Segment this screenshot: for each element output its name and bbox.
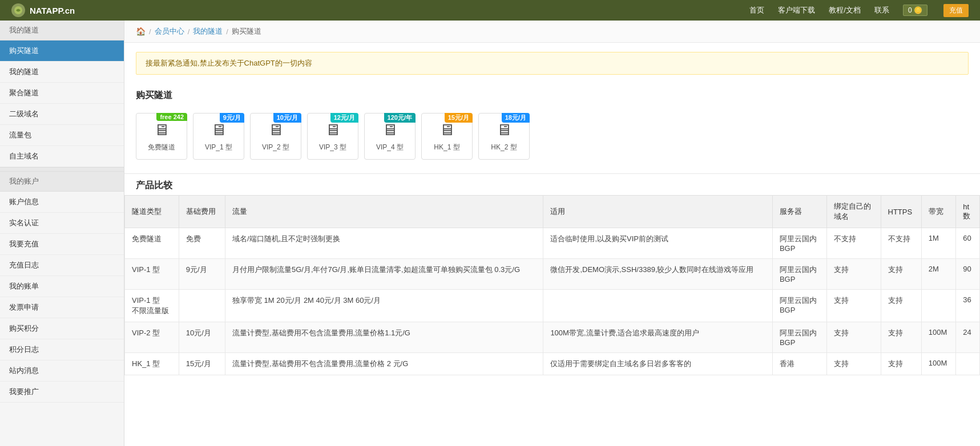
sidebar-item-my-tunnel[interactable]: 我的隧道 <box>0 62 124 83</box>
home-icon[interactable]: 🏠 <box>136 27 146 36</box>
sidebar-item-buy-points[interactable]: 购买积分 <box>0 318 124 339</box>
monitor-icon-vip4: 🖥 <box>382 120 398 139</box>
cell-bw-vip1-unlimited <box>921 290 956 322</box>
cell-https-hk1: 支持 <box>881 353 921 375</box>
monitor-icon-free: 🖥 <box>154 120 170 139</box>
cell-type-free: 免费隧道 <box>125 228 179 259</box>
sidebar-item-buy-tunnel[interactable]: 购买隧道 <box>0 40 124 62</box>
card-label-vip1: VIP_1 型 <box>205 143 232 152</box>
tunnel-card-vip3[interactable]: 12元/月 🖥 VIP_3 型 <box>307 113 358 160</box>
cell-bind-vip2: 支持 <box>826 322 881 353</box>
cell-fee-free: 免费 <box>179 228 225 259</box>
sidebar-item-promote[interactable]: 我要推广 <box>0 382 124 403</box>
badge-vip4: 120元/年 <box>384 113 416 123</box>
sidebar-item-real-name[interactable]: 实名认证 <box>0 213 124 234</box>
cell-suitable-hk1: 仅适用于需要绑定自主域名多日岩多客客的 <box>543 353 773 375</box>
monitor-icon-vip3: 🖥 <box>325 120 341 139</box>
cell-suitable-vip1-unlimited <box>543 290 773 322</box>
col-suitable: 适用 <box>543 196 773 228</box>
monitor-icon-hk2: 🖥 <box>496 120 512 139</box>
cell-bind-vip1: 支持 <box>826 259 881 290</box>
table-row: VIP-1 型不限流量版 独享带宽 1M 20元/月 2M 40元/月 3M 6… <box>125 290 980 322</box>
table-row: VIP-1 型 9元/月 月付用户限制流量5G/月,年付7G/月,账单日流量清零… <box>125 259 980 290</box>
tunnel-card-vip1[interactable]: 9元/月 🖥 VIP_1 型 <box>193 113 244 160</box>
col-type: 隧道类型 <box>125 196 179 228</box>
sidebar-item-subdomain[interactable]: 二级域名 <box>0 104 124 125</box>
cell-bw-hk1: 100M <box>921 353 956 375</box>
main-content: 🏠 / 会员中心 / 我的隧道 / 购买隧道 接最新紧急通知,禁止发布关于Cha… <box>124 21 980 446</box>
cell-ht-vip1: 90 <box>956 259 980 290</box>
badge-hk2: 18元/月 <box>502 113 530 123</box>
comparison-table: 隧道类型 基础费用 流量 适用 服务器 绑定自己的域名 HTTPS 带宽 ht数… <box>124 195 980 375</box>
table-wrap: 隧道类型 基础费用 流量 适用 服务器 绑定自己的域名 HTTPS 带宽 ht数… <box>124 195 980 375</box>
sidebar-item-aggregate-tunnel[interactable]: 聚合隧道 <box>0 83 124 104</box>
sidebar-item-traffic[interactable]: 流量包 <box>0 125 124 146</box>
cell-traffic-vip2: 流量计费型,基础费用不包含流量费用,流量价格1.1元/G <box>225 322 543 353</box>
alert-notice: 接最新紧急通知,禁止发布关于ChatGPT的一切内容 <box>136 52 969 75</box>
monitor-icon-hk1: 🖥 <box>439 120 455 139</box>
col-server: 服务器 <box>772 196 826 228</box>
nav-docs[interactable]: 教程/文档 <box>829 5 861 15</box>
cell-server-vip1: 阿里云国内BGP <box>772 259 826 290</box>
tunnel-card-free[interactable]: free 242 🖥 免费隧道 <box>136 113 187 160</box>
cell-server-free: 阿里云国内BGP <box>772 228 826 259</box>
card-label-vip2: VIP_2 型 <box>262 143 289 152</box>
badge-free: free 242 <box>156 113 187 121</box>
cell-bind-hk1: 支持 <box>826 353 881 375</box>
col-traffic: 流量 <box>225 196 543 228</box>
table-row: 免费隧道 免费 域名/端口随机,且不定时强制更换 适合临时使用,以及购买VIP前… <box>125 228 980 259</box>
nav-download[interactable]: 客户端下载 <box>778 5 815 15</box>
tunnel-card-hk1[interactable]: 15元/月 🖥 HK_1 型 <box>421 113 473 160</box>
card-label-hk1: HK_1 型 <box>434 143 459 152</box>
breadcrumb: 🏠 / 会员中心 / 我的隧道 / 购买隧道 <box>124 21 980 43</box>
sidebar-item-messages[interactable]: 站内消息 <box>0 360 124 382</box>
logo-icon <box>11 3 25 17</box>
badge-vip2: 10元/月 <box>273 113 301 123</box>
breadcrumb-my-tunnel[interactable]: 我的隧道 <box>193 26 223 37</box>
table-row: VIP-2 型 10元/月 流量计费型,基础费用不包含流量费用,流量价格1.1元… <box>125 322 980 353</box>
sidebar-item-points-log[interactable]: 积分日志 <box>0 339 124 360</box>
sidebar-item-recharge[interactable]: 我要充值 <box>0 234 124 255</box>
nav-home[interactable]: 首页 <box>749 5 764 15</box>
layout: 我的隧道 购买隧道 我的隧道 聚合隧道 二级域名 流量包 自主域名 我的账户 账… <box>0 21 980 446</box>
cell-https-vip1-unlimited: 支持 <box>881 290 921 322</box>
card-label-vip4: VIP_4 型 <box>376 143 404 152</box>
monitor-icon-vip1: 🖥 <box>211 120 227 139</box>
sidebar-item-custom-domain[interactable]: 自主域名 <box>0 146 124 167</box>
monitor-icon-vip2: 🖥 <box>268 120 284 139</box>
tunnel-cards: free 242 🖥 免费隧道 9元/月 🖥 VIP_1 型 10元/月 🖥 V… <box>124 107 980 169</box>
cell-fee-hk1: 15元/月 <box>179 353 225 375</box>
cell-traffic-vip1-unlimited: 独享带宽 1M 20元/月 2M 40元/月 3M 60元/月 <box>225 290 543 322</box>
nav-contact[interactable]: 联系 <box>874 5 889 15</box>
sidebar-item-account-info[interactable]: 账户信息 <box>0 192 124 213</box>
cell-traffic-hk1: 流量计费型,基础费用不包含流量费用,流量价格 2 元/G <box>225 353 543 375</box>
cell-ht-vip1-unlimited: 36 <box>956 290 980 322</box>
badge-hk1: 15元/月 <box>445 113 473 123</box>
cell-bw-free: 1M <box>921 228 956 259</box>
top-nav: NATAPP.cn 首页 客户端下载 教程/文档 联系 0 🪙 充值 <box>0 0 980 21</box>
card-label-vip3: VIP_3 型 <box>319 143 346 152</box>
cell-bind-free: 不支持 <box>826 228 881 259</box>
sidebar-item-bill[interactable]: 我的账单 <box>0 276 124 297</box>
sidebar-my-tunnel-title: 我的隧道 <box>0 21 124 40</box>
cell-fee-vip2: 10元/月 <box>179 322 225 353</box>
cell-server-hk1: 香港 <box>772 353 826 375</box>
tunnel-card-hk2[interactable]: 18元/月 🖥 HK_2 型 <box>478 113 530 160</box>
tunnel-card-vip4[interactable]: 120元/年 🖥 VIP_4 型 <box>364 113 416 160</box>
badge-vip1: 9元/月 <box>220 113 244 123</box>
col-https: HTTPS <box>881 196 921 228</box>
breadcrumb-member-center[interactable]: 会员中心 <box>155 26 184 37</box>
sidebar-item-recharge-log[interactable]: 充值日志 <box>0 255 124 276</box>
buy-tunnel-title: 购买隧道 <box>124 84 980 107</box>
cell-server-vip1-unlimited: 阿里云国内BGP <box>772 290 826 322</box>
logo: NATAPP.cn <box>11 3 749 17</box>
comparison-title: 产品比较 <box>124 173 980 195</box>
sidebar-item-invoice[interactable]: 发票申请 <box>0 297 124 318</box>
charge-button[interactable]: 充值 <box>943 4 969 17</box>
cell-https-vip1: 支持 <box>881 259 921 290</box>
tunnel-card-vip2[interactable]: 10元/月 🖥 VIP_2 型 <box>250 113 301 160</box>
cell-ht-hk1 <box>956 353 980 375</box>
cell-type-vip2: VIP-2 型 <box>125 322 179 353</box>
card-label-hk2: HK_2 型 <box>491 143 517 152</box>
cell-ht-vip2: 24 <box>956 322 980 353</box>
